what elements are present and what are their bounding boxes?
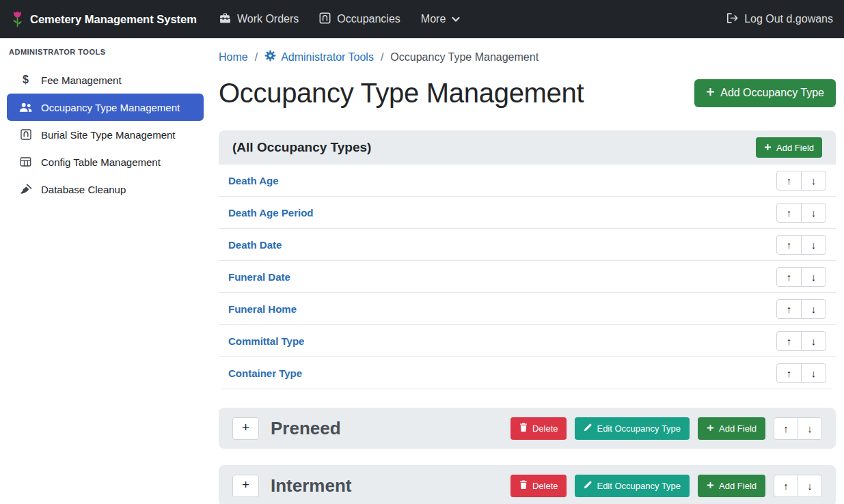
app-brand-link[interactable]: Cemetery Management System bbox=[11, 10, 197, 29]
edit-label: Edit Occupancy Type bbox=[597, 423, 681, 434]
delete-button[interactable]: Delete bbox=[511, 417, 567, 440]
reorder-group: ↑ ↓ bbox=[776, 363, 826, 383]
delete-label: Delete bbox=[532, 423, 558, 434]
tulip-logo-icon bbox=[11, 10, 24, 29]
move-up-button[interactable]: ↑ bbox=[776, 299, 802, 319]
add-field-button[interactable]: Add Field bbox=[698, 475, 765, 497]
table-icon bbox=[19, 156, 32, 167]
nav-work-orders-label: Work Orders bbox=[237, 13, 299, 25]
move-up-button[interactable]: ↑ bbox=[776, 171, 802, 191]
trash-icon bbox=[519, 423, 528, 434]
field-row: Death Date ↑ ↓ bbox=[219, 229, 836, 261]
move-down-button[interactable]: ↓ bbox=[801, 203, 826, 223]
users-icon bbox=[19, 102, 32, 113]
reorder-group: ↑ ↓ bbox=[774, 417, 822, 440]
edit-occupancy-type-button[interactable]: Edit Occupancy Type bbox=[575, 417, 690, 440]
edit-label: Edit Occupancy Type bbox=[597, 481, 681, 491]
move-down-button[interactable]: ↓ bbox=[798, 475, 822, 497]
pencil-icon bbox=[584, 423, 592, 434]
trash-icon bbox=[519, 480, 528, 491]
plus-icon bbox=[706, 87, 715, 99]
admin-sidebar: ADMINISTRATOR TOOLS $ Fee Management Occ… bbox=[0, 38, 210, 504]
reorder-group: ↑ ↓ bbox=[776, 203, 826, 223]
breadcrumb-admin-tools-link[interactable]: Administrator Tools bbox=[264, 50, 374, 64]
reorder-group: ↑ ↓ bbox=[776, 331, 826, 351]
sidebar-item-fee-management[interactable]: $ Fee Management bbox=[7, 66, 204, 94]
edit-occupancy-type-button[interactable]: Edit Occupancy Type bbox=[575, 475, 690, 497]
logout-label: Log Out d.gowans bbox=[744, 13, 833, 25]
nav-more[interactable]: More bbox=[411, 0, 470, 38]
headstone-icon bbox=[19, 129, 32, 140]
add-field-label: Add Field bbox=[776, 143, 814, 153]
sidebar-heading: ADMINISTRATOR TOOLS bbox=[0, 48, 210, 56]
field-link-container-type[interactable]: Container Type bbox=[228, 367, 302, 379]
main-content: Home / Administrator Tool bbox=[210, 38, 844, 504]
move-up-button[interactable]: ↑ bbox=[776, 331, 802, 351]
reorder-group: ↑ ↓ bbox=[776, 171, 826, 191]
add-field-label: Add Field bbox=[719, 481, 757, 491]
move-down-button[interactable]: ↓ bbox=[801, 299, 826, 319]
move-down-button[interactable]: ↓ bbox=[798, 417, 822, 440]
move-up-button[interactable]: ↑ bbox=[776, 363, 802, 383]
field-row: Funeral Home ↑ ↓ bbox=[219, 293, 836, 325]
sidebar-item-occupancy-type-management[interactable]: Occupancy Type Management bbox=[7, 94, 204, 121]
breadcrumb-home-link[interactable]: Home bbox=[219, 51, 248, 64]
field-link-committal-type[interactable]: Committal Type bbox=[228, 335, 304, 347]
sidebar-item-config-table-management[interactable]: Config Table Management bbox=[7, 148, 204, 176]
breadcrumb-separator: / bbox=[255, 51, 258, 64]
add-occupancy-type-label: Add Occupancy Type bbox=[720, 87, 824, 99]
all-occupancy-types-header: (All Occupancy Types) Add Field bbox=[219, 130, 836, 165]
breadcrumb-current: Occupancy Type Management bbox=[390, 51, 539, 64]
nav-more-label: More bbox=[421, 13, 446, 25]
move-down-button[interactable]: ↓ bbox=[801, 171, 826, 191]
plus-icon bbox=[764, 143, 772, 153]
all-occupancy-types-card: (All Occupancy Types) Add Field Death Ag… bbox=[219, 130, 836, 389]
reorder-group: ↑ ↓ bbox=[776, 299, 826, 319]
delete-button[interactable]: Delete bbox=[511, 475, 567, 497]
field-link-funeral-home[interactable]: Funeral Home bbox=[228, 303, 297, 315]
section-title: Interment bbox=[271, 475, 351, 496]
sidebar-item-label: Occupancy Type Management bbox=[41, 102, 180, 113]
occupancy-type-section-preneed: + Preneed Delete Edit Occupancy Type bbox=[219, 408, 836, 449]
move-up-button[interactable]: ↑ bbox=[774, 417, 798, 440]
logout-icon bbox=[726, 13, 738, 26]
nav-occupancies-label: Occupancies bbox=[337, 13, 400, 25]
field-link-funeral-date[interactable]: Funeral Date bbox=[228, 271, 290, 283]
occupancy-type-section-interment: + Interment Delete Edit Occupancy Type bbox=[219, 465, 836, 504]
move-up-button[interactable]: ↑ bbox=[776, 235, 802, 255]
field-link-death-age-period[interactable]: Death Age Period bbox=[228, 207, 313, 219]
sidebar-item-burial-site-type-management[interactable]: Burial Site Type Management bbox=[7, 121, 204, 148]
expand-button[interactable]: + bbox=[232, 417, 259, 440]
gear-icon bbox=[264, 50, 276, 64]
section-actions: Delete Edit Occupancy Type Add Field bbox=[511, 475, 822, 497]
move-down-button[interactable]: ↓ bbox=[801, 235, 826, 255]
add-occupancy-type-button[interactable]: Add Occupancy Type bbox=[694, 79, 836, 107]
chevron-down-icon bbox=[452, 13, 460, 25]
logout-link[interactable]: Log Out d.gowans bbox=[716, 0, 833, 38]
field-link-death-date[interactable]: Death Date bbox=[228, 239, 282, 251]
sidebar-item-label: Config Table Management bbox=[41, 156, 161, 168]
move-down-button[interactable]: ↓ bbox=[801, 267, 826, 287]
nav-work-orders[interactable]: Work Orders bbox=[209, 0, 309, 38]
nav-occupancies[interactable]: Occupancies bbox=[309, 0, 411, 38]
add-field-button[interactable]: Add Field bbox=[756, 137, 822, 158]
move-up-button[interactable]: ↑ bbox=[774, 475, 798, 497]
add-field-button[interactable]: Add Field bbox=[698, 417, 765, 440]
breadcrumb-separator: / bbox=[381, 51, 383, 64]
card-title: (All Occupancy Types) bbox=[232, 140, 371, 155]
headstone-frame-icon bbox=[319, 12, 331, 27]
expand-button[interactable]: + bbox=[232, 475, 259, 497]
field-link-death-age[interactable]: Death Age bbox=[228, 175, 279, 186]
add-field-label: Add Field bbox=[719, 423, 757, 434]
sidebar-item-label: Burial Site Type Management bbox=[41, 129, 176, 141]
sidebar-item-database-cleanup[interactable]: Database Cleanup bbox=[7, 176, 204, 203]
toolbox-icon bbox=[219, 12, 231, 27]
move-up-button[interactable]: ↑ bbox=[776, 203, 802, 223]
section-actions: Delete Edit Occupancy Type Add Field bbox=[511, 417, 822, 440]
move-down-button[interactable]: ↓ bbox=[801, 363, 826, 383]
field-row: Death Age ↑ ↓ bbox=[219, 165, 836, 197]
section-header: + Preneed Delete Edit Occupancy Type bbox=[219, 408, 836, 449]
move-up-button[interactable]: ↑ bbox=[776, 267, 802, 287]
field-row: Funeral Date ↑ ↓ bbox=[219, 261, 836, 293]
move-down-button[interactable]: ↓ bbox=[801, 331, 826, 351]
